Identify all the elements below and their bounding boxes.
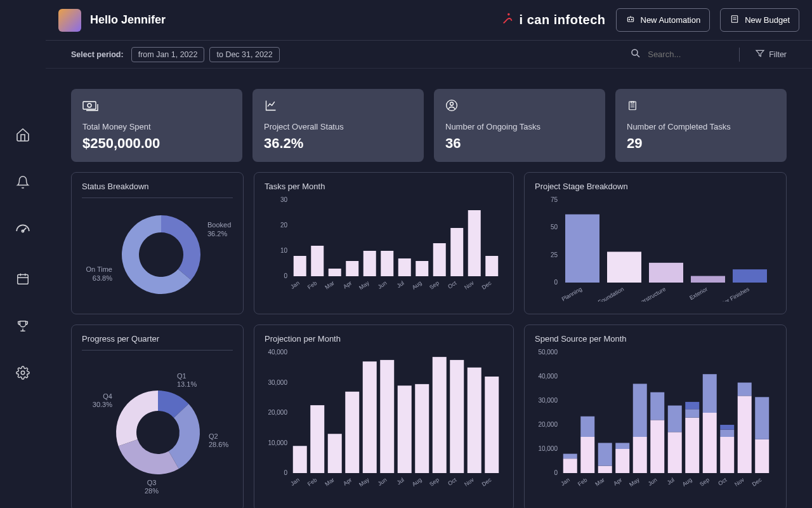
new-automation-button[interactable]: New Automation [616,8,710,32]
svg-text:Superstructure: Superstructure [631,286,667,302]
svg-rect-104 [563,454,577,459]
kpi-ongoing-tasks: Number of Ongoing Tasks 36 [434,89,605,162]
svg-rect-44 [485,256,498,276]
svg-text:Sep: Sep [428,279,440,290]
svg-text:28.6%: 28.6% [209,441,228,448]
svg-rect-95 [485,377,499,473]
svg-rect-127 [668,432,682,473]
svg-text:Q4: Q4 [103,392,112,400]
svg-text:0: 0 [284,272,287,279]
svg-rect-52 [607,251,641,283]
gauge-icon[interactable] [15,222,31,241]
svg-text:Mar: Mar [324,279,335,290]
svg-rect-42 [468,210,481,276]
svg-rect-36 [416,261,428,276]
svg-rect-128 [668,406,682,432]
kpi-row: Total Money Spent $250,000.00 Project Ov… [71,89,787,162]
svg-rect-135 [703,413,717,473]
svg-text:Jun: Jun [647,476,658,487]
svg-rect-75 [310,405,324,473]
brand-logo: i can infotech [501,11,606,29]
svg-rect-50 [565,215,599,283]
svg-point-2 [21,371,25,375]
svg-text:20,000: 20,000 [268,409,287,416]
svg-rect-73 [293,446,307,473]
calendar-icon[interactable] [16,272,30,288]
trophy-icon[interactable] [16,319,30,335]
document-icon [730,14,740,26]
svg-rect-83 [380,360,394,473]
svg-text:Feb: Feb [577,476,588,487]
kpi-value: 36 [445,135,594,152]
gear-icon[interactable] [16,366,30,382]
card-status-breakdown: Status Breakdown Booked36.2%On Time63.8% [71,172,244,314]
search-input[interactable] [648,50,724,59]
svg-rect-141 [720,425,734,430]
kpi-label: Number of Ongoing Tasks [445,122,594,131]
svg-point-12 [450,102,454,105]
date-from-chip[interactable]: from Jan 1, 2022 [131,47,205,62]
svg-text:Mar: Mar [594,476,605,487]
svg-text:10: 10 [280,247,288,254]
svg-rect-22 [294,256,306,276]
card-title: Spend Source per Month [535,334,776,344]
svg-point-10 [88,104,91,107]
kpi-value: 29 [627,135,775,152]
home-icon[interactable] [15,127,30,145]
svg-text:Jan: Jan [289,279,301,290]
svg-rect-1 [18,275,29,284]
svg-rect-148 [755,397,769,439]
svg-point-8 [632,50,638,55]
svg-text:Jan: Jan [560,476,571,487]
svg-text:0: 0 [284,469,287,476]
card-title: Progress per Quarter [82,334,233,351]
svg-text:30,000: 30,000 [538,397,558,404]
kpi-overall-status: Project Overall Status 36.2% [252,89,424,162]
svg-rect-123 [650,420,664,473]
filter-button[interactable]: Filter [755,48,787,60]
svg-text:30: 30 [280,196,288,203]
new-budget-button[interactable]: New Budget [720,8,799,32]
date-to-chip[interactable]: to Dec 31, 2022 [209,47,279,62]
bell-icon[interactable] [16,175,30,192]
svg-rect-32 [381,251,393,276]
search-icon[interactable] [630,48,641,61]
svg-rect-115 [615,449,629,473]
card-projection: Projection per Month 010,00020,00030,000… [254,324,514,508]
svg-text:Sep: Sep [428,476,440,487]
svg-text:Aug: Aug [411,279,423,290]
brand-name: i can infotech [520,13,606,27]
svg-text:Q2: Q2 [209,432,218,440]
svg-text:25: 25 [551,251,558,258]
svg-text:10,000: 10,000 [538,445,558,452]
svg-rect-112 [598,443,612,466]
svg-rect-91 [450,360,464,473]
svg-text:Planning: Planning [561,286,583,302]
svg-rect-81 [363,361,377,473]
svg-text:Feb: Feb [306,476,318,487]
svg-rect-56 [691,276,725,283]
card-title: Tasks per Month [265,182,503,191]
svg-text:75: 75 [551,196,558,203]
svg-text:0: 0 [554,469,558,476]
svg-text:Feb: Feb [306,279,318,290]
svg-rect-147 [755,439,769,473]
svg-text:40,000: 40,000 [538,373,558,380]
svg-text:Jun: Jun [377,476,388,487]
svg-point-6 [631,19,632,20]
svg-text:50: 50 [551,224,558,231]
svg-text:Oct: Oct [447,279,458,290]
svg-rect-40 [450,228,463,276]
svg-rect-133 [685,402,699,409]
kpi-value: $250,000.00 [82,135,231,152]
chart-tasks-per-month: 0102030JanFebMarAprMayJunJulAugSepOctNov… [265,194,504,295]
header: Hello Jennifer i can infotech New Automa… [46,0,812,41]
card-spend-source: Spend Source per Month 010,00020,00030,0… [524,324,787,508]
avatar[interactable] [58,9,81,32]
svg-text:Apr: Apr [342,476,353,486]
card-title: Project Stage Breakdown [535,182,776,191]
svg-text:Sep: Sep [698,476,710,487]
svg-text:50,000: 50,000 [538,349,558,356]
chart-projection: 010,00020,00030,00040,000JanFebMarAprMay… [265,346,504,492]
svg-point-3 [508,13,509,15]
